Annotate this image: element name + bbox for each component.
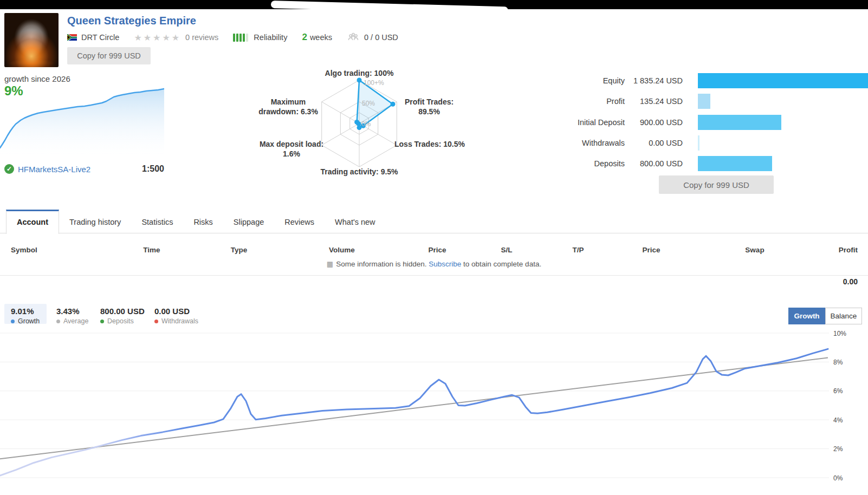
finance-value-withdrawals: 0.00 USD: [585, 135, 683, 151]
reliability-bar: [239, 34, 242, 42]
column-header-symbol: Symbol: [11, 246, 37, 254]
page-title: Queen Strategies Empire: [67, 15, 196, 27]
reliability-bar: [236, 34, 238, 42]
reliability-bar: [233, 34, 235, 42]
tab-what-s-new[interactable]: What's new: [325, 210, 386, 233]
stat-value-withdrawals: 0.00 USD: [154, 307, 198, 316]
hidden-info-icon: ▦: [327, 260, 333, 268]
stat-value-average: 3.43%: [56, 307, 88, 316]
stat-chip-growth[interactable]: 9.01%Growth: [4, 304, 47, 324]
column-header-price: Price: [428, 246, 446, 254]
author-link[interactable]: DRT Circle: [81, 33, 119, 42]
column-header-s-l: S/L: [501, 246, 512, 254]
tab-slippage[interactable]: Slippage: [223, 210, 274, 233]
verified-check-icon: ✓: [4, 164, 14, 174]
finance-bar-initial-deposit: [698, 115, 781, 130]
total-profit-value: 0.00: [843, 277, 858, 286]
radar-axis-label-max-deposit-load-1-6: Max deposit load:1.6%: [260, 140, 323, 158]
finance-value-profit: 135.24 USD: [585, 94, 683, 109]
stat-chip-withdrawals[interactable]: 0.00 USDWithdrawals: [154, 304, 198, 324]
subscribers-icon: [347, 32, 360, 42]
finance-bar-withdrawals: [698, 135, 699, 151]
notice-text-post: to obtain complete data.: [463, 260, 541, 268]
subscribers-count: 0 / 0 USD: [364, 33, 398, 42]
stat-value-growth: 9.01%: [11, 307, 47, 316]
column-header-profit: Profit: [839, 246, 858, 254]
signal-age-value: 2: [302, 32, 307, 43]
y-axis-label-0: 0%: [833, 474, 843, 482]
svg-text:100+%: 100+%: [364, 79, 384, 87]
radar-axis-label-loss-trades-10-5: Loss Trades: 10.5%: [394, 140, 465, 148]
copy-signal-button[interactable]: Copy for 999 USD: [67, 47, 151, 64]
signal-age-unit: weeks: [310, 33, 332, 42]
growth-sparkline: [0, 88, 164, 154]
finance-bar-deposits: [698, 156, 772, 171]
tab-statistics[interactable]: Statistics: [131, 210, 183, 233]
hidden-info-notice: ▦Some information is hidden. Subscribe t…: [0, 260, 868, 268]
finance-bar-profit: [698, 94, 710, 109]
reviews-count[interactable]: 0 reviews: [185, 33, 218, 42]
column-header-t-p: T/P: [572, 246, 584, 254]
column-header-time: Time: [143, 246, 160, 254]
balance-toggle-button[interactable]: Balance: [825, 308, 862, 324]
svg-text:0%: 0%: [361, 120, 371, 128]
trading-distribution-radar: 100+%50%0%Algo trading: 100%Profit Trade…: [228, 67, 498, 178]
star-rating[interactable]: ★★★★★: [134, 32, 181, 43]
account-row: ✓ HFMarketsSA-Live2: [4, 164, 90, 174]
deposits-dot-icon: [100, 320, 104, 323]
notice-text-pre: Some information is hidden.: [336, 260, 426, 268]
subscribe-link[interactable]: Subscribe: [429, 260, 461, 268]
signal-meta-row: DRT Circle ★★★★★ 0 reviews Reliability 2…: [67, 31, 398, 43]
y-axis-label-4: 4%: [833, 416, 843, 424]
finance-value-deposits: 800.00 USD: [585, 156, 683, 171]
radar-axis-label-trading-activity-9-5: Trading activity: 9.5%: [320, 167, 398, 176]
signal-page: Queen Strategies Empire DRT Circle ★★★★★…: [0, 0, 868, 495]
stat-chip-average[interactable]: 3.43%Average: [56, 304, 88, 324]
average-dot-icon: [56, 320, 60, 323]
tab-bar: AccountTrading historyStatisticsRisksSli…: [6, 209, 386, 233]
growth-toggle-button[interactable]: Growth: [788, 308, 825, 324]
growth-caption: growth since 2026: [4, 74, 70, 83]
signal-avatar: [4, 13, 59, 67]
stat-value-deposits: 800.00 USD: [100, 307, 145, 316]
finance-bar-equity: [698, 73, 868, 88]
stat-chip-deposits[interactable]: 800.00 USDDeposits: [100, 304, 145, 324]
reliability-label: Reliability: [254, 33, 287, 42]
radar-axis-label-algo-trading-100: Algo trading: 100%: [325, 69, 394, 77]
reliability-bar: [243, 34, 245, 42]
author-flag-icon: [67, 34, 77, 41]
column-header-volume: Volume: [329, 246, 355, 254]
column-header-type: Type: [231, 246, 248, 254]
finance-value-initial-deposit: 900.00 USD: [585, 115, 683, 130]
account-link[interactable]: HFMarketsSA-Live2: [18, 165, 90, 174]
withdrawals-dot-icon: [154, 320, 158, 323]
column-header-price: Price: [642, 246, 660, 254]
copy-signal-button-secondary[interactable]: Copy for 999 USD: [659, 175, 774, 194]
reliability-bar: [246, 34, 248, 42]
table-divider: [0, 275, 868, 276]
reliability-bars: [233, 34, 249, 42]
tab-account[interactable]: Account: [6, 210, 59, 234]
growth-chart: 10%8%6%4%2%0%: [0, 324, 868, 495]
y-axis-label-6: 6%: [833, 387, 843, 395]
tab-reviews[interactable]: Reviews: [274, 210, 325, 233]
tab-trading-history[interactable]: Trading history: [59, 210, 131, 233]
radar-axis-label-profit-trades-89-5: Profit Trades:89.5%: [405, 97, 454, 116]
growth-dot-icon: [11, 320, 15, 323]
svg-text:50%: 50%: [362, 100, 375, 107]
y-axis-label-2: 2%: [833, 445, 843, 453]
radar-axis-label-maximum-drawdown-6-3: Maximumdrawdown: 6.3%: [258, 97, 318, 116]
tab-risks[interactable]: Risks: [183, 210, 223, 233]
y-axis-label-10: 10%: [833, 330, 846, 337]
finance-value-equity: 1 835.24 USD: [585, 73, 683, 88]
leverage-value: 1:500: [142, 164, 164, 174]
column-header-swap: Swap: [745, 246, 764, 254]
y-axis-label-8: 8%: [833, 359, 843, 366]
